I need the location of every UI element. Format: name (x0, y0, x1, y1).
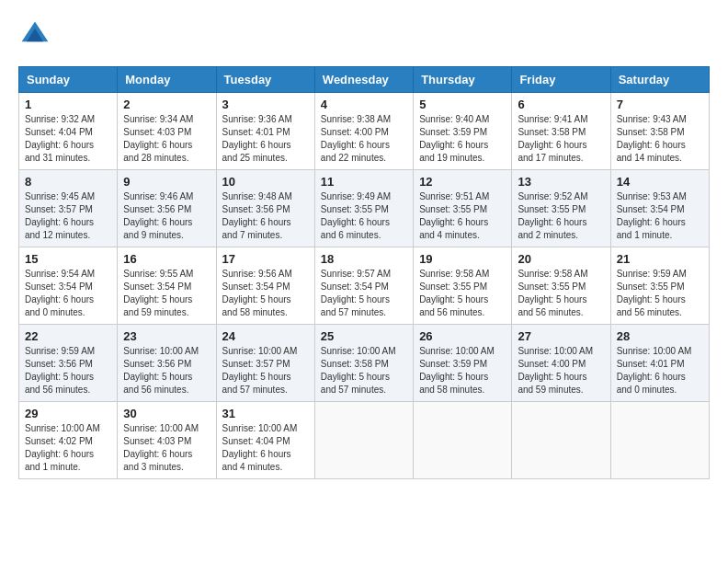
calendar-cell (512, 402, 610, 479)
daylight: Daylight: 5 hours and 56 minutes. (518, 294, 586, 317)
sunset: Sunset: 3:57 PM (222, 359, 290, 369)
day-number: 6 (518, 98, 604, 111)
daylight: Daylight: 6 hours and 17 minutes. (518, 140, 586, 163)
day-number: 23 (123, 329, 210, 343)
day-info: Sunrise: 10:00 AM Sunset: 4:00 PM Daylig… (518, 345, 604, 396)
day-number: 25 (321, 329, 407, 343)
daylight: Daylight: 6 hours and 28 minutes. (123, 140, 192, 163)
calendar-cell: 25 Sunrise: 10:00 AM Sunset: 3:58 PM Day… (314, 325, 413, 402)
weekday-header-thursday: Thursday (414, 67, 512, 93)
sunset: Sunset: 3:56 PM (25, 359, 93, 369)
sunset: Sunset: 3:54 PM (25, 282, 93, 292)
daylight: Daylight: 6 hours and 7 minutes. (222, 217, 291, 240)
calendar-cell: 29 Sunrise: 10:00 AM Sunset: 4:02 PM Day… (19, 402, 118, 479)
sunset: Sunset: 4:03 PM (123, 127, 191, 137)
daylight: Daylight: 6 hours and 4 minutes. (419, 217, 488, 240)
calendar-body: 1 Sunrise: 9:32 AM Sunset: 4:04 PM Dayli… (19, 93, 710, 479)
calendar-cell: 6 Sunrise: 9:41 AM Sunset: 3:58 PM Dayli… (512, 93, 610, 170)
day-info: Sunrise: 9:46 AM Sunset: 3:56 PM Dayligh… (123, 190, 210, 242)
sunrise: Sunrise: 9:54 AM (25, 269, 95, 279)
calendar-cell: 5 Sunrise: 9:40 AM Sunset: 3:59 PM Dayli… (414, 93, 512, 170)
sunset: Sunset: 3:58 PM (518, 127, 586, 137)
sunrise: Sunrise: 9:43 AM (617, 114, 687, 124)
calendar-cell (610, 402, 709, 479)
daylight: Daylight: 6 hours and 0 minutes. (25, 294, 94, 317)
day-info: Sunrise: 9:59 AM Sunset: 3:56 PM Dayligh… (25, 345, 111, 396)
sunrise: Sunrise: 9:53 AM (617, 191, 687, 201)
sunset: Sunset: 4:03 PM (123, 436, 191, 446)
calendar-table: SundayMondayTuesdayWednesdayThursdayFrid… (18, 66, 710, 479)
sunset: Sunset: 4:00 PM (321, 127, 389, 137)
sunrise: Sunrise: 9:58 AM (518, 269, 587, 279)
sunrise: Sunrise: 9:59 AM (617, 269, 687, 279)
sunrise: Sunrise: 9:48 AM (222, 191, 292, 201)
daylight: Daylight: 5 hours and 56 minutes. (617, 294, 686, 317)
calendar-cell: 23 Sunrise: 10:00 AM Sunset: 3:56 PM Day… (118, 325, 216, 402)
day-info: Sunrise: 9:45 AM Sunset: 3:57 PM Dayligh… (25, 190, 111, 242)
sunset: Sunset: 3:55 PM (419, 282, 487, 292)
sunset: Sunset: 3:58 PM (617, 127, 685, 137)
daylight: Daylight: 6 hours and 0 minutes. (617, 372, 686, 395)
daylight: Daylight: 6 hours and 19 minutes. (419, 140, 488, 163)
day-info: Sunrise: 9:34 AM Sunset: 4:03 PM Dayligh… (123, 113, 210, 165)
day-number: 4 (321, 98, 407, 111)
calendar-cell: 28 Sunrise: 10:00 AM Sunset: 4:01 PM Day… (610, 325, 709, 402)
page-header (18, 18, 710, 52)
day-number: 3 (222, 98, 309, 111)
weekday-header-saturday: Saturday (610, 67, 709, 93)
weekday-header-wednesday: Wednesday (314, 67, 413, 93)
day-info: Sunrise: 9:36 AM Sunset: 4:01 PM Dayligh… (222, 113, 309, 165)
sunrise: Sunrise: 10:00 AM (419, 346, 495, 356)
daylight: Daylight: 5 hours and 57 minutes. (321, 372, 390, 395)
calendar-header: SundayMondayTuesdayWednesdayThursdayFrid… (19, 67, 710, 93)
calendar-cell: 7 Sunrise: 9:43 AM Sunset: 3:58 PM Dayli… (610, 93, 709, 170)
day-info: Sunrise: 10:00 AM Sunset: 3:57 PM Daylig… (222, 345, 309, 396)
day-info: Sunrise: 9:59 AM Sunset: 3:55 PM Dayligh… (617, 268, 703, 319)
calendar-cell (414, 402, 512, 479)
day-info: Sunrise: 9:58 AM Sunset: 3:55 PM Dayligh… (419, 268, 506, 319)
day-number: 5 (419, 98, 506, 111)
daylight: Daylight: 6 hours and 12 minutes. (25, 217, 94, 240)
sunrise: Sunrise: 9:56 AM (222, 269, 292, 279)
daylight: Daylight: 6 hours and 6 minutes. (321, 217, 390, 240)
day-info: Sunrise: 9:52 AM Sunset: 3:55 PM Dayligh… (518, 190, 604, 242)
sunrise: Sunrise: 10:00 AM (123, 423, 199, 433)
sunset: Sunset: 4:04 PM (25, 127, 93, 137)
day-number: 12 (419, 175, 506, 189)
day-number: 15 (25, 252, 111, 266)
day-info: Sunrise: 9:51 AM Sunset: 3:55 PM Dayligh… (419, 190, 506, 242)
logo (18, 18, 57, 52)
daylight: Daylight: 6 hours and 25 minutes. (222, 140, 291, 163)
daylight: Daylight: 6 hours and 2 minutes. (518, 217, 586, 240)
sunrise: Sunrise: 10:00 AM (617, 346, 692, 356)
sunset: Sunset: 4:00 PM (518, 359, 586, 369)
sunset: Sunset: 4:01 PM (222, 127, 290, 137)
daylight: Daylight: 5 hours and 56 minutes. (123, 372, 192, 395)
calendar-cell: 11 Sunrise: 9:49 AM Sunset: 3:55 PM Dayl… (314, 170, 413, 247)
day-number: 16 (123, 252, 210, 266)
day-number: 18 (321, 252, 407, 266)
calendar-week-2: 15 Sunrise: 9:54 AM Sunset: 3:54 PM Dayl… (19, 247, 710, 325)
day-info: Sunrise: 9:55 AM Sunset: 3:54 PM Dayligh… (123, 268, 210, 319)
sunrise: Sunrise: 9:40 AM (419, 114, 489, 124)
calendar-cell: 26 Sunrise: 10:00 AM Sunset: 3:59 PM Day… (414, 325, 512, 402)
day-number: 20 (518, 252, 604, 266)
sunset: Sunset: 3:59 PM (419, 127, 487, 137)
calendar-cell: 15 Sunrise: 9:54 AM Sunset: 3:54 PM Dayl… (19, 247, 118, 325)
logo-icon (18, 18, 51, 52)
day-info: Sunrise: 10:00 AM Sunset: 3:58 PM Daylig… (321, 345, 407, 396)
calendar-cell: 9 Sunrise: 9:46 AM Sunset: 3:56 PM Dayli… (118, 170, 216, 247)
day-number: 8 (25, 175, 111, 189)
daylight: Daylight: 6 hours and 22 minutes. (321, 140, 390, 163)
day-number: 29 (25, 407, 111, 420)
sunset: Sunset: 3:57 PM (25, 204, 93, 214)
day-number: 24 (222, 329, 309, 343)
day-info: Sunrise: 9:43 AM Sunset: 3:58 PM Dayligh… (617, 113, 703, 165)
day-info: Sunrise: 9:53 AM Sunset: 3:54 PM Dayligh… (617, 190, 703, 242)
calendar-cell: 18 Sunrise: 9:57 AM Sunset: 3:54 PM Dayl… (314, 247, 413, 325)
sunrise: Sunrise: 9:51 AM (419, 191, 489, 201)
sunrise: Sunrise: 10:00 AM (222, 346, 298, 356)
weekday-header-friday: Friday (512, 67, 610, 93)
sunrise: Sunrise: 9:36 AM (222, 114, 292, 124)
day-number: 14 (617, 175, 703, 189)
